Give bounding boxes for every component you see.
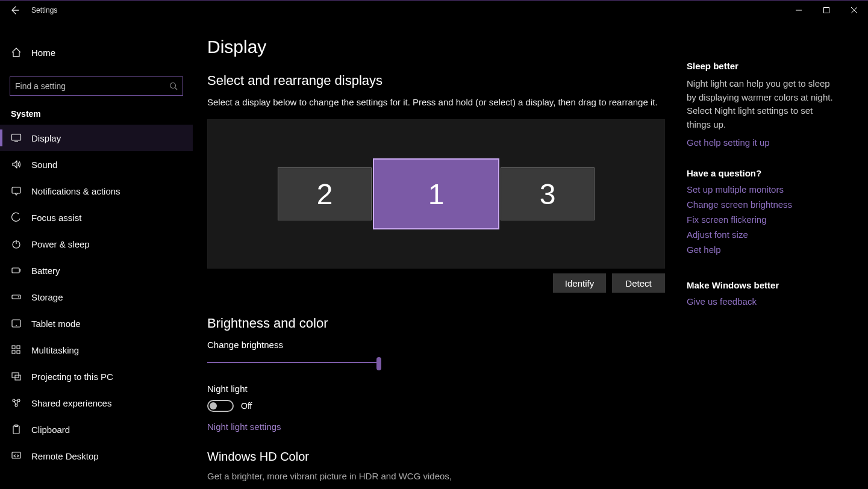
close-icon xyxy=(851,7,857,13)
svg-rect-11 xyxy=(12,346,15,349)
arrow-left-icon xyxy=(10,5,19,15)
nav-storage[interactable]: Storage xyxy=(0,284,193,310)
projecting-icon xyxy=(11,371,22,382)
main-content: Display Select and rearrange displays Se… xyxy=(193,20,868,489)
maximize-icon xyxy=(823,7,829,13)
monitor-3[interactable]: 3 xyxy=(501,167,595,220)
svg-rect-0 xyxy=(824,8,829,13)
close-button[interactable] xyxy=(840,1,868,20)
svg-point-17 xyxy=(13,399,15,402)
detect-button[interactable]: Detect xyxy=(612,273,665,293)
maximize-button[interactable] xyxy=(813,1,840,20)
nav-focus-assist[interactable]: Focus assist xyxy=(0,204,193,231)
search-box[interactable] xyxy=(10,76,183,96)
home-label: Home xyxy=(31,48,55,58)
nav-label: Tablet mode xyxy=(31,319,81,329)
minimize-icon xyxy=(796,7,802,13)
help-link-flickering[interactable]: Fix screen flickering xyxy=(687,214,835,225)
toggle-knob xyxy=(210,402,217,410)
rearrange-heading: Select and rearrange displays xyxy=(207,73,665,89)
sound-icon xyxy=(11,159,22,170)
help-link-multiple-monitors[interactable]: Set up multiple monitors xyxy=(687,184,835,195)
identify-button[interactable]: Identify xyxy=(553,273,606,293)
search-input[interactable] xyxy=(15,81,169,91)
nav-label: Shared experiences xyxy=(31,398,111,408)
svg-rect-6 xyxy=(20,269,21,272)
minimize-button[interactable] xyxy=(785,1,813,20)
notifications-icon xyxy=(11,185,22,196)
brightness-slider[interactable] xyxy=(207,356,379,369)
nav-label: Display xyxy=(31,133,61,143)
nav-label: Battery xyxy=(31,266,60,276)
monitor-2[interactable]: 2 xyxy=(278,167,372,220)
nav-display[interactable]: Display xyxy=(0,125,193,151)
help-link-brightness[interactable]: Change screen brightness xyxy=(687,199,835,210)
svg-rect-14 xyxy=(17,350,20,354)
slider-thumb[interactable] xyxy=(376,357,381,370)
nav-label: Notifications & actions xyxy=(31,186,120,196)
nav-remote-desktop[interactable]: Remote Desktop xyxy=(0,443,193,469)
svg-rect-12 xyxy=(12,350,15,354)
svg-rect-13 xyxy=(17,346,20,349)
night-light-label: Night light xyxy=(207,384,665,394)
display-arranger[interactable]: 2 1 3 xyxy=(207,119,665,269)
nav-notifications[interactable]: Notifications & actions xyxy=(0,178,193,204)
shared-icon xyxy=(11,397,22,408)
clipboard-icon xyxy=(11,424,22,435)
battery-icon xyxy=(11,265,22,276)
question-heading: Have a question? xyxy=(687,168,835,178)
nav-label: Multitasking xyxy=(31,345,79,355)
night-light-toggle[interactable] xyxy=(207,400,234,412)
remote-desktop-icon xyxy=(11,450,22,461)
section-label: System xyxy=(0,96,193,125)
multitasking-icon xyxy=(11,344,22,355)
nav-projecting[interactable]: Projecting to this PC xyxy=(0,363,193,390)
nav-tablet-mode[interactable]: Tablet mode xyxy=(0,310,193,337)
nav-battery[interactable]: Battery xyxy=(0,257,193,284)
feedback-link[interactable]: Give us feedback xyxy=(687,296,835,307)
hd-color-heading: Windows HD Color xyxy=(207,450,665,464)
home-nav[interactable]: Home xyxy=(0,39,193,66)
brightness-heading: Brightness and color xyxy=(207,316,665,331)
brightness-label: Change brightness xyxy=(207,340,665,350)
sleep-better-heading: Sleep better xyxy=(687,61,835,71)
svg-point-10 xyxy=(16,325,17,326)
search-icon xyxy=(169,82,178,90)
page-title: Display xyxy=(207,37,665,57)
window-title: Settings xyxy=(31,6,57,14)
home-icon xyxy=(11,47,22,58)
nav-sound[interactable]: Sound xyxy=(0,151,193,178)
help-link-get-help[interactable]: Get help xyxy=(687,244,835,255)
rearrange-help-text: Select a display below to change the set… xyxy=(207,97,665,107)
nav-label: Storage xyxy=(31,292,63,302)
svg-rect-5 xyxy=(12,268,19,273)
nav-multitasking[interactable]: Multitasking xyxy=(0,337,193,363)
storage-icon xyxy=(11,291,22,302)
nav-label: Sound xyxy=(31,160,57,170)
right-panel: Sleep better Night light can help you ge… xyxy=(687,20,848,489)
nav-clipboard[interactable]: Clipboard xyxy=(0,416,193,443)
nav-shared-experiences[interactable]: Shared experiences xyxy=(0,390,193,416)
tablet-icon xyxy=(11,318,22,329)
sleep-better-text: Night light can help you get to sleep by… xyxy=(687,77,835,131)
nav-label: Focus assist xyxy=(31,213,81,223)
svg-point-19 xyxy=(15,404,17,406)
svg-point-18 xyxy=(17,399,20,402)
night-light-settings-link[interactable]: Night light settings xyxy=(207,422,281,432)
svg-rect-3 xyxy=(12,187,20,193)
back-button[interactable] xyxy=(7,3,22,17)
feedback-heading: Make Windows better xyxy=(687,280,835,290)
help-link-font-size[interactable]: Adjust font size xyxy=(687,229,835,240)
power-icon xyxy=(11,238,22,249)
hd-color-text: Get a brighter, more vibrant picture in … xyxy=(207,471,665,481)
sleep-help-link[interactable]: Get help setting it up xyxy=(687,137,835,148)
svg-rect-2 xyxy=(12,134,21,140)
monitor-1[interactable]: 1 xyxy=(373,158,499,229)
nav-label: Remote Desktop xyxy=(31,451,99,461)
nav-power-sleep[interactable]: Power & sleep xyxy=(0,231,193,257)
slider-track xyxy=(207,362,379,363)
nav-label: Projecting to this PC xyxy=(31,372,113,382)
nav-label: Power & sleep xyxy=(31,239,90,249)
sidebar: Home System Display Sound xyxy=(0,20,193,489)
svg-point-1 xyxy=(170,83,176,89)
